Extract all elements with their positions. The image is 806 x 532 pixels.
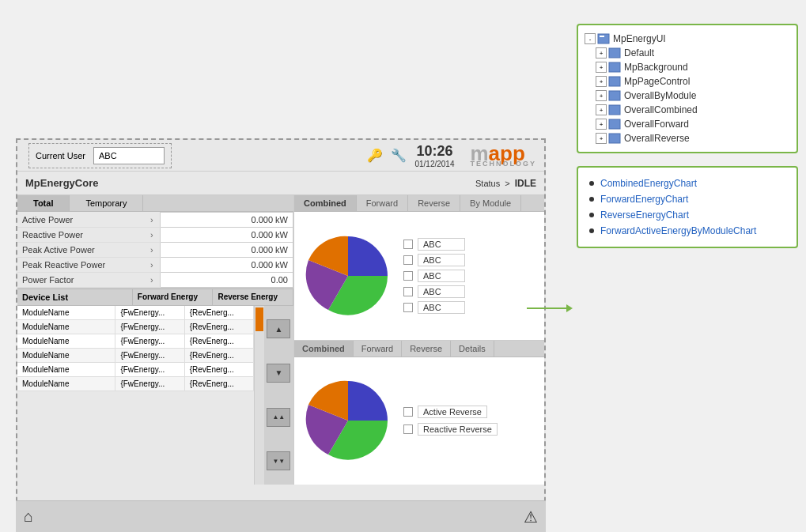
right-panel: Combined Forward Reverse By Module [294,195,544,485]
device-name: ModuleName [17,363,115,376]
legend-item-5: ABC [403,301,538,314]
legend-check-5[interactable] [403,303,413,312]
svg-rect-3 [609,62,620,72]
chart-list-item-2: ForwardEnergyChart [589,191,785,207]
svg-rect-6 [609,105,620,115]
tree-label-obm: OverallByModule [624,90,696,101]
tab-forward[interactable]: Forward [357,195,408,211]
tab-reverse[interactable]: Reverse [408,195,460,211]
scroll-down-button[interactable]: ▼ [267,364,290,383]
scroll-up-double-button[interactable]: ▲▲ [267,408,290,427]
upper-pie-chart [301,228,395,323]
device-rev: {RevEnerg... [185,363,254,376]
scroll-up-button[interactable]: ▲ [267,319,290,338]
user-input[interactable] [93,147,165,164]
legend-check-2[interactable] [403,255,413,265]
device-list-header: Device List Forward Energy Reverse Energ… [17,289,293,306]
upper-chart-section: Combined Forward Reverse By Module [294,195,544,341]
tree-expand-of[interactable]: + [596,119,607,130]
lower-legend-check-1[interactable] [403,407,413,417]
lower-pie-chart [301,373,395,468]
metrics-table: Active Power › 0.000 kW Reactive Power ›… [17,212,293,288]
tree-expand-oc[interactable]: + [596,104,607,115]
svg-rect-8 [609,134,620,143]
svg-rect-4 [609,77,620,86]
mapp-logo: mapp TECHNOLOGY [470,143,536,168]
wrench-icon[interactable]: 🔧 [391,148,407,163]
tab-combined[interactable]: Combined [294,195,357,211]
key-icon[interactable]: 🔑 [367,148,383,163]
device-name: ModuleName [17,377,115,391]
metric-label-3: Peak Active Power [17,242,144,257]
legend-value-5: ABC [418,301,465,314]
legend-item-3: ABC [403,270,538,282]
status-value: IDLE [515,178,536,189]
tab-total[interactable]: Total [17,195,70,211]
table-row: Active Power › 0.000 kW [17,213,293,228]
bullet-4 [589,228,594,233]
upper-chart-legend: ABC ABC ABC ABC [395,238,538,314]
svg-rect-7 [609,119,620,129]
table-row: Peak Reactive Power › 0.000 kW [17,257,293,272]
metric-arrow-4: › [144,257,160,272]
tree-label-default: Default [624,47,654,58]
scroll-controls: ▲ ▼ ▲▲ ▼▼ [254,306,293,485]
svg-rect-1 [600,36,604,37]
table-row: Power Factor › 0.00 [17,272,293,287]
tree-expand-root[interactable]: - [585,33,596,44]
lower-legend-item-1: Active Reverse [403,406,538,418]
tree-item-oc[interactable]: + OverallCombined [596,103,790,117]
device-fw: {FwEnergy... [115,363,184,376]
tree-icon-oc [608,104,621,115]
legend-check-1[interactable] [403,240,413,249]
app-title: MpEnergyCore [25,177,98,189]
tree-item-default[interactable]: + Default [596,46,790,60]
lower-chart-tabs: Combined Forward Reverse Details [294,341,544,357]
table-row: Peak Active Power › 0.000 kW [17,242,293,257]
tree-item-mppc[interactable]: + MpPageControl [596,74,790,89]
legend-check-4[interactable] [403,287,413,296]
tree-item-obm[interactable]: + OverallByModule [596,89,790,103]
lower-tab-forward[interactable]: Forward [354,341,402,357]
tree-label-oc: OverallCombined [624,104,698,115]
tree-expand-mppc[interactable]: + [596,76,607,87]
list-item: ModuleName {FwEnergy... {RevEnerg... [17,320,254,334]
tree-box: - MpEnergyUI + Default + MpBackground [577,24,798,153]
tab-temporary[interactable]: Temporary [70,195,143,211]
device-col-name: Device List [17,289,133,305]
warning-icon[interactable]: ⚠ [524,507,538,526]
left-panel: Total Temporary Active Power › 0.000 kW … [17,195,294,485]
metric-arrow-1: › [144,213,160,228]
bullet-1 [589,181,594,186]
tree-expand-default[interactable]: + [596,47,607,58]
tree-expand-or[interactable]: + [596,133,607,144]
scroll-track [255,306,264,485]
device-fw: {FwEnergy... [115,349,184,362]
tree-expand-mpbg[interactable]: + [596,62,607,73]
lower-tab-combined[interactable]: Combined [294,341,354,357]
tree-item-of[interactable]: + OverallForward [596,117,790,131]
tab-by-module[interactable]: By Module [460,195,521,211]
legend-value-1: ABC [418,238,465,251]
tree-label-mpbg: MpBackground [624,62,688,73]
status-section: Status > IDLE [475,178,536,189]
content-split: Total Temporary Active Power › 0.000 kW … [17,195,544,485]
lower-tab-details[interactable]: Details [451,341,494,357]
device-name: ModuleName [17,334,115,348]
logo-tech: TECHNOLOGY [470,160,536,168]
device-fw: {FwEnergy... [115,320,184,334]
metric-label-4: Peak Reactive Power [17,257,144,272]
device-col-fw: Forward Energy [133,289,214,305]
home-icon[interactable]: ⌂ [24,507,33,526]
tree-item-or[interactable]: + OverallReverse [596,131,790,145]
scroll-thumb[interactable] [255,308,263,331]
device-name: ModuleName [17,349,115,362]
scroll-down-double-button[interactable]: ▼▼ [267,451,290,470]
tree-expand-obm[interactable]: + [596,90,607,101]
lower-chart-legend: Active Reverse Reactive Reverse [395,406,538,436]
tree-item-mpbg[interactable]: + MpBackground [596,60,790,74]
reactive-reverse-label: Reactive Reverse [418,423,498,436]
lower-tab-reverse[interactable]: Reverse [402,341,451,357]
legend-check-3[interactable] [403,271,413,281]
lower-legend-check-2[interactable] [403,424,413,434]
